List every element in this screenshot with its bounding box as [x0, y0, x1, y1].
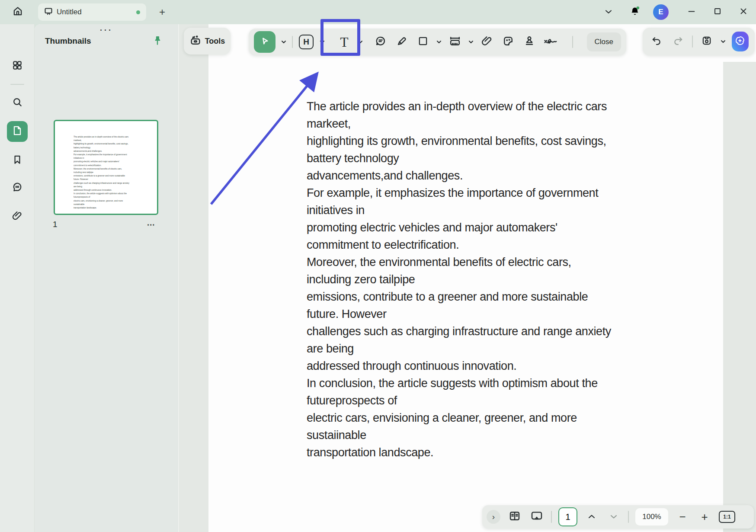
document-text-line: challenges such as charging infrastructu… — [307, 323, 661, 340]
document-tab[interactable]: Untitled — [38, 3, 146, 21]
ruler-icon — [448, 35, 461, 49]
statusbar-divider — [628, 511, 629, 523]
page-icon — [12, 125, 23, 138]
close-editing-button[interactable]: Close — [587, 32, 621, 51]
close-icon — [739, 6, 748, 18]
heading-tool-button[interactable]: H — [298, 32, 314, 51]
save-chevron[interactable] — [721, 40, 726, 43]
document-text-line: addressed through continuous innovation. — [307, 357, 661, 375]
thumbnail-text-line: commitment to eelectrification. — [74, 163, 148, 167]
chevron-up-icon — [588, 513, 596, 521]
thumbnail-text-line: highlighting its growth, environmental b… — [74, 142, 148, 145]
chevron-down-icon — [605, 8, 612, 16]
search-icon — [12, 96, 23, 109]
save-button[interactable] — [699, 32, 714, 51]
window-close-button[interactable] — [734, 4, 753, 20]
actual-size-button[interactable]: 1:1 — [719, 511, 735, 523]
page-layout-button[interactable] — [507, 507, 522, 526]
comment-tool-button[interactable] — [373, 32, 388, 51]
ai-assistant-button[interactable] — [732, 32, 749, 51]
signature-tool-button[interactable] — [543, 32, 558, 51]
select-tool-chevron[interactable] — [281, 40, 286, 44]
attach-tool-button[interactable] — [479, 32, 495, 51]
home-button[interactable] — [9, 3, 27, 21]
app-grid-button[interactable] — [7, 56, 28, 77]
thumbnail-text-line: In conclusion, the article suggests with… — [74, 192, 148, 195]
collapse-statusbar-button[interactable]: › — [487, 510, 500, 524]
thumbnails-panel: ··· Thumbnails The article provides an i… — [35, 24, 178, 532]
avatar[interactable]: E — [653, 4, 669, 20]
measure-tool-button[interactable] — [447, 32, 463, 51]
page-thumbnails-tab-active[interactable] — [7, 121, 28, 142]
thumbnail-text-line: futureprospects of — [74, 195, 148, 199]
heading-icon: H — [299, 35, 314, 49]
canvas-gutter — [178, 24, 208, 532]
sticker-icon — [502, 35, 514, 49]
grid-icon — [12, 60, 23, 73]
redo-button[interactable] — [670, 32, 686, 51]
thumbnail-more-button[interactable]: ⋯ — [142, 218, 161, 231]
next-page-button[interactable] — [606, 507, 621, 526]
document-text-line: Moreover, the environmental benefits of … — [307, 253, 661, 271]
thumbnail-text-line: battery technology — [74, 146, 148, 149]
select-tool-button[interactable] — [254, 31, 275, 53]
book-view-icon — [509, 510, 521, 524]
zoom-in-button[interactable]: + — [697, 507, 712, 526]
zoom-out-button[interactable]: − — [675, 507, 690, 526]
page-thumbnail[interactable]: The article provides an in-depth overvie… — [54, 120, 158, 215]
tools-button[interactable]: Tools — [184, 28, 231, 54]
history-save-toolbar — [643, 28, 755, 55]
notifications-button[interactable] — [626, 3, 644, 21]
document-text-line: emissions, contribute to a greener and m… — [307, 288, 661, 305]
thumbnail-text-line: are being — [74, 185, 148, 188]
avatar-initial: E — [658, 8, 663, 16]
attachments-button[interactable] — [7, 206, 28, 227]
thumbnail-text-line: emissions, contribute to a greener and m… — [74, 174, 148, 177]
document-text-line: including zero tailpipe — [307, 271, 661, 288]
minimize-icon — [687, 6, 696, 18]
stamp-tool-button[interactable] — [522, 32, 537, 51]
thumbnail-text-line: initiatives in — [74, 156, 148, 160]
window-maximize-button[interactable] — [708, 4, 727, 20]
document-text-line: futureprospects of — [307, 392, 661, 409]
canvas-right-margin — [723, 62, 756, 532]
document-text-block[interactable]: The article provides an in-depth overvie… — [307, 98, 661, 461]
presentation-icon — [530, 510, 543, 524]
bookmarks-button[interactable] — [7, 150, 28, 171]
document-text-line: In conclusion, the article suggests with… — [307, 375, 661, 392]
zoom-level-value[interactable]: 100% — [635, 508, 668, 526]
rail-divider — [10, 84, 24, 85]
theme-palette-button[interactable] — [7, 529, 28, 532]
shape-tool-chevron[interactable] — [436, 40, 442, 44]
document-text-line: markeet, — [307, 115, 661, 132]
thumbnail-page-number: 1 — [53, 220, 58, 229]
shape-tool-button[interactable] — [415, 32, 431, 51]
titlebar-chevron-button[interactable] — [601, 6, 616, 18]
comments-button[interactable] — [7, 178, 28, 199]
sticker-tool-button[interactable] — [500, 32, 516, 51]
presentation-mode-button[interactable] — [529, 507, 545, 526]
measure-tool-chevron[interactable] — [468, 40, 474, 44]
pin-icon — [152, 35, 163, 48]
bookmark-icon — [12, 154, 23, 167]
toolbar-divider — [572, 36, 573, 48]
search-button[interactable] — [7, 93, 28, 113]
undo-button[interactable] — [649, 32, 664, 51]
document-text-line: initiatives in — [307, 202, 661, 219]
previous-page-button[interactable] — [584, 507, 599, 526]
document-text-line: are being — [307, 340, 661, 357]
statusbar-divider — [551, 511, 552, 523]
current-page-input[interactable]: 1 — [558, 507, 577, 526]
thumbnail-text-line: including zero tailpipe — [74, 170, 148, 174]
new-tab-button[interactable]: + — [155, 5, 170, 19]
redo-icon — [673, 35, 684, 48]
document-text-line: For example, it emphasizes the importanc… — [307, 184, 661, 202]
window-minimize-button[interactable] — [682, 4, 701, 20]
toolbar-divider — [292, 36, 293, 48]
thumbnail-text-line: advancements,and challenges. — [74, 149, 148, 153]
toolbox-icon — [189, 34, 202, 48]
pin-panel-button[interactable] — [148, 32, 167, 51]
highlighter-tool-button[interactable] — [394, 32, 410, 51]
tab-board-icon — [44, 7, 53, 17]
cursor-icon — [259, 35, 270, 48]
